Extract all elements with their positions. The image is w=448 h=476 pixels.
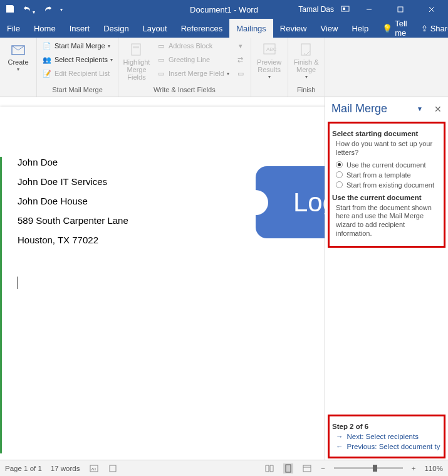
- preview-results-button[interactable]: ABC Preview Results▾: [254, 40, 285, 83]
- section-heading: Use the current document: [332, 194, 441, 201]
- word-count[interactable]: 17 words: [51, 465, 80, 472]
- svg-rect-12: [90, 465, 98, 472]
- radio-use-current[interactable]: Use the current document: [336, 161, 441, 169]
- prev-step-link[interactable]: ←Previous: Select document ty: [336, 443, 441, 450]
- finish-icon: [299, 42, 314, 57]
- print-layout-icon[interactable]: [283, 463, 293, 473]
- svg-rect-7: [132, 44, 140, 55]
- close-button[interactable]: [419, 0, 444, 19]
- next-step-link[interactable]: →Next: Select recipients: [336, 433, 441, 440]
- proofing-icon[interactable]: [89, 463, 99, 473]
- zoom-level[interactable]: 110%: [425, 465, 443, 472]
- rules-icon: ▾: [236, 41, 246, 51]
- ribbon-display-icon[interactable]: [340, 4, 350, 16]
- pane-dropdown-icon[interactable]: ▼: [417, 105, 423, 112]
- logo-placeholder: Log: [256, 166, 325, 238]
- document-title: Document1 - Word: [190, 5, 258, 14]
- address-icon: ▭: [156, 41, 166, 51]
- tab-design[interactable]: Design: [96, 19, 135, 38]
- workspace: John Doe John Doe IT Services John Doe H…: [0, 97, 448, 460]
- highlight-icon: [129, 42, 144, 57]
- zoom-out-button[interactable]: −: [321, 465, 325, 472]
- highlight-merge-fields-button[interactable]: Highlight Merge Fields: [121, 40, 152, 83]
- zoom-in-button[interactable]: +: [412, 465, 416, 472]
- group-label: [254, 92, 285, 95]
- minimize-button[interactable]: [357, 0, 382, 19]
- tab-insert[interactable]: Insert: [63, 19, 97, 38]
- edit-recipient-list-button[interactable]: 📝Edit Recipient List: [39, 67, 115, 80]
- share-icon: ⇪: [421, 24, 428, 33]
- tab-view[interactable]: View: [313, 19, 345, 38]
- read-mode-icon[interactable]: [264, 463, 274, 473]
- create-button[interactable]: Create ▾: [3, 40, 34, 75]
- group-start-mail-merge: 📄Start Mail Merge▾ 👥Select Recipients▾ 📝…: [37, 38, 118, 97]
- radio-from-existing[interactable]: Start from existing document: [336, 181, 441, 189]
- svg-rect-8: [133, 46, 139, 48]
- group-preview: ABC Preview Results▾: [251, 38, 288, 97]
- group-label: [3, 92, 34, 95]
- tab-help[interactable]: Help: [345, 19, 375, 38]
- highlight-box-bottom: Step 2 of 6 →Next: Select recipients ←Pr…: [328, 415, 445, 458]
- bulb-icon: 💡: [382, 24, 392, 33]
- share-button[interactable]: ⇪Share: [414, 19, 448, 38]
- insert-merge-field-button[interactable]: ▭Insert Merge Field▾: [154, 67, 232, 80]
- mail-merge-pane: Mail Merge ▼ ✕ Select starting document …: [325, 97, 448, 460]
- labels-icon: ▭: [236, 68, 246, 78]
- macro-icon[interactable]: [108, 463, 118, 473]
- maximize-button[interactable]: [388, 0, 413, 19]
- update-labels-button[interactable]: ▭: [233, 67, 248, 80]
- radio-icon: [336, 161, 343, 168]
- title-bar: ▾ ▾ Document1 - Word Tamal Das: [0, 0, 448, 19]
- pane-close-button[interactable]: ✕: [434, 104, 442, 114]
- document-area[interactable]: John Doe John Doe IT Services John Doe H…: [0, 97, 325, 460]
- page-indicator[interactable]: Page 1 of 1: [5, 465, 42, 472]
- svg-rect-1: [343, 8, 345, 10]
- edit-list-icon: 📝: [42, 68, 52, 78]
- zoom-slider[interactable]: [334, 467, 403, 469]
- address-block-button[interactable]: ▭Address Block: [154, 40, 232, 52]
- field-icon: ▭: [156, 68, 166, 78]
- qat-more-icon[interactable]: ▾: [60, 7, 63, 13]
- svg-rect-15: [303, 465, 311, 472]
- finish-merge-button[interactable]: Finish & Merge▾: [291, 40, 322, 83]
- group-label: Finish: [291, 85, 322, 95]
- group-finish: Finish & Merge▾ Finish: [288, 38, 325, 97]
- user-name[interactable]: Tamal Das: [298, 5, 334, 14]
- web-layout-icon[interactable]: [302, 463, 312, 473]
- document-icon: 📄: [42, 41, 52, 51]
- radio-from-template[interactable]: Start from a template: [336, 171, 441, 179]
- section-question: How do you want to set up your letters?: [336, 140, 441, 157]
- svg-rect-14: [286, 465, 291, 472]
- select-recipients-button[interactable]: 👥Select Recipients▾: [39, 53, 115, 66]
- group-label: Start Mail Merge: [39, 85, 115, 95]
- tell-me[interactable]: 💡Tell me: [375, 19, 414, 38]
- match-fields-button[interactable]: ⇄: [233, 53, 248, 66]
- radio-icon: [336, 181, 343, 188]
- tab-layout[interactable]: Layout: [136, 19, 174, 38]
- match-icon: ⇄: [236, 55, 246, 65]
- svg-text:ABC: ABC: [266, 46, 277, 52]
- undo-icon[interactable]: ▾: [23, 4, 35, 16]
- arrow-right-icon: →: [336, 433, 343, 440]
- redo-icon[interactable]: [43, 4, 53, 16]
- greeting-icon: ▭: [156, 55, 166, 65]
- tab-home[interactable]: Home: [27, 19, 63, 38]
- page[interactable]: John Doe John Doe IT Services John Doe H…: [0, 107, 325, 460]
- start-mail-merge-button[interactable]: 📄Start Mail Merge▾: [39, 40, 115, 52]
- envelope-icon: [11, 42, 26, 57]
- tab-mailings[interactable]: Mailings: [229, 19, 273, 38]
- greeting-line-button[interactable]: ▭Greeting Line: [154, 53, 232, 66]
- group-write-insert: Highlight Merge Fields ▭Address Block ▭G…: [118, 38, 251, 97]
- rules-button[interactable]: ▾: [233, 40, 248, 52]
- tab-file[interactable]: File: [0, 19, 27, 38]
- tab-review[interactable]: Review: [273, 19, 314, 38]
- step-label: Step 2 of 6: [332, 423, 441, 430]
- zoom-thumb[interactable]: [373, 465, 377, 472]
- tab-references[interactable]: References: [174, 19, 229, 38]
- save-icon[interactable]: [5, 4, 15, 16]
- ribbon: Create ▾ 📄Start Mail Merge▾ 👥Select Reci…: [0, 38, 448, 97]
- radio-icon: [336, 171, 343, 178]
- svg-rect-13: [110, 465, 116, 472]
- section-body: Start from the document shown here and u…: [336, 204, 441, 238]
- pane-title: Mail Merge: [331, 102, 417, 115]
